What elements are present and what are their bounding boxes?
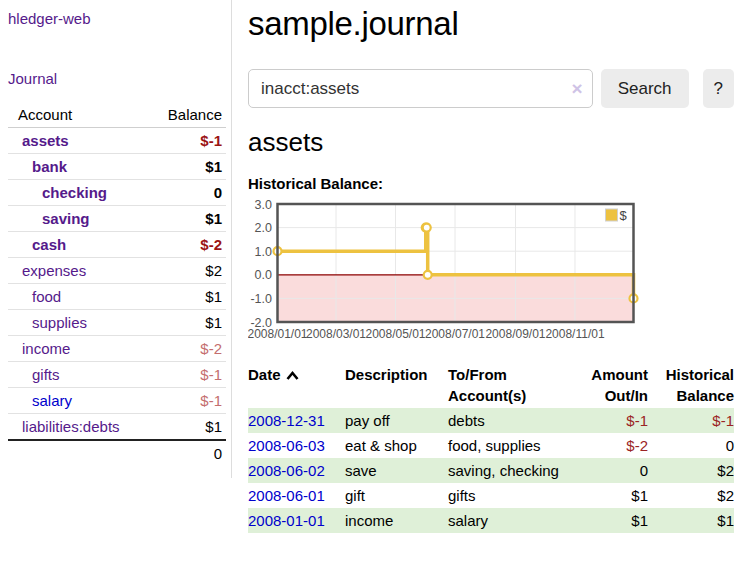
account-row: expenses$2 [8, 258, 226, 284]
transaction-accounts: debts [448, 408, 576, 433]
transaction-balance: $2 [648, 458, 734, 483]
account-row: checking0 [8, 180, 226, 206]
brand-link[interactable]: hledger-web [8, 10, 91, 27]
account-link[interactable]: liabilities:debts [22, 418, 120, 435]
account-row: assets$-1 [8, 128, 226, 154]
svg-text:2.0: 2.0 [255, 221, 272, 235]
account-link[interactable]: food [32, 288, 61, 305]
transaction-amount: $1 [576, 508, 648, 533]
svg-text:$: $ [620, 208, 628, 223]
search-form: × Search ? [248, 69, 734, 108]
sidebar-item-journal[interactable]: Journal [8, 70, 231, 87]
transaction-description: eat & shop [345, 433, 448, 458]
account-link[interactable]: expenses [22, 262, 86, 279]
transaction-balance: $2 [648, 483, 734, 508]
account-row: cash$-2 [8, 232, 226, 258]
account-link[interactable]: assets [22, 132, 69, 149]
historical-balance-chart: $3.02.01.00.0-1.0-2.02008/01/012008/03/0… [248, 196, 640, 346]
svg-text:-1.0: -1.0 [250, 292, 272, 306]
account-balance: $-1 [146, 362, 226, 388]
transaction-row: 2008-06-01giftgifts$1$2 [248, 483, 734, 508]
transaction-description: save [345, 458, 448, 483]
register-table: Date Description To/FromAccount(s) Amoun… [248, 362, 734, 533]
transaction-row: 2008-12-31pay offdebts$-1$-1 [248, 408, 734, 433]
account-link[interactable]: saving [42, 210, 90, 227]
transaction-accounts: salary [448, 508, 576, 533]
account-balance: $2 [146, 258, 226, 284]
transaction-accounts: food, supplies [448, 433, 576, 458]
account-row: food$1 [8, 284, 226, 310]
transaction-accounts: gifts [448, 483, 576, 508]
svg-text:3.0: 3.0 [255, 198, 272, 212]
account-balance: $1 [146, 414, 226, 441]
account-row: income$-2 [8, 336, 226, 362]
transaction-date-link[interactable]: 2008-06-03 [248, 437, 325, 454]
transaction-row: 2008-01-01incomesalary$1$1 [248, 508, 734, 533]
sort-asc-icon [285, 370, 300, 381]
svg-text:0.0: 0.0 [255, 268, 272, 282]
register-header-row: Date Description To/FromAccount(s) Amoun… [248, 362, 734, 408]
svg-text:2008/03/01: 2008/03/01 [306, 327, 366, 341]
account-balance: $1 [146, 284, 226, 310]
sidebar: hledger-web Journal Account Balance asse… [0, 0, 232, 478]
account-link[interactable]: gifts [32, 366, 60, 383]
help-button[interactable]: ? [703, 69, 734, 108]
accounts-total-balance: 0 [146, 440, 226, 466]
account-link[interactable]: salary [32, 392, 72, 409]
account-row: bank$1 [8, 154, 226, 180]
transaction-date-link[interactable]: 2008-06-01 [248, 487, 325, 504]
account-row: liabilities:debts$1 [8, 414, 226, 441]
transaction-amount: $1 [576, 483, 648, 508]
accounts-total-row: 0 [8, 440, 226, 466]
clear-search-icon[interactable]: × [572, 79, 583, 98]
transaction-amount: 0 [576, 458, 648, 483]
transaction-amount: $-2 [576, 433, 648, 458]
accounts-table: Account Balance assets$-1bank$1checking0… [8, 103, 226, 466]
account-balance: $-1 [146, 128, 226, 154]
chart-title: Historical Balance: [248, 175, 734, 192]
account-balance: $1 [146, 154, 226, 180]
transaction-balance: 0 [648, 433, 734, 458]
page-title: sample.journal [248, 4, 734, 44]
account-balance: $1 [146, 206, 226, 232]
svg-text:2008/11/01: 2008/11/01 [545, 327, 604, 341]
search-input[interactable] [248, 69, 593, 108]
accounts-header-balance: Balance [146, 103, 226, 128]
main-content: sample.journal × Search ? assets Histori… [233, 0, 742, 533]
transaction-description: gift [345, 483, 448, 508]
transaction-date-link[interactable]: 2008-01-01 [248, 512, 325, 529]
account-row: salary$-1 [8, 388, 226, 414]
svg-text:2008/05/01: 2008/05/01 [365, 327, 425, 341]
search-button[interactable]: Search [601, 69, 689, 108]
account-link[interactable]: cash [32, 236, 66, 253]
account-row: gifts$-1 [8, 362, 226, 388]
account-balance: $-1 [146, 388, 226, 414]
transaction-row: 2008-06-02savesaving, checking0$2 [248, 458, 734, 483]
transaction-row: 2008-06-03eat & shopfood, supplies$-20 [248, 433, 734, 458]
svg-text:2008/09/01: 2008/09/01 [485, 327, 545, 341]
account-balance: 0 [146, 180, 226, 206]
transaction-amount: $-1 [576, 408, 648, 433]
account-heading: assets [248, 127, 734, 158]
account-balance: $-2 [146, 232, 226, 258]
transaction-date-link[interactable]: 2008-06-02 [248, 462, 325, 479]
account-row: saving$1 [8, 206, 226, 232]
account-row: supplies$1 [8, 310, 226, 336]
register-header-description: Description [345, 362, 448, 408]
transaction-date-link[interactable]: 2008-12-31 [248, 412, 325, 429]
account-balance: $-2 [146, 336, 226, 362]
account-link[interactable]: income [22, 340, 70, 357]
svg-text:1.0: 1.0 [255, 245, 272, 259]
account-link[interactable]: supplies [32, 314, 87, 331]
register-header-accounts: To/FromAccount(s) [448, 362, 576, 408]
transaction-balance: $-1 [648, 408, 734, 433]
svg-text:2008/07/01: 2008/07/01 [425, 327, 485, 341]
svg-text:2008/01/01: 2008/01/01 [248, 327, 308, 341]
account-link[interactable]: bank [32, 158, 67, 175]
register-header-amount: AmountOut/In [576, 362, 648, 408]
account-link[interactable]: checking [42, 184, 107, 201]
transaction-description: pay off [345, 408, 448, 433]
transaction-balance: $1 [648, 508, 734, 533]
register-header-date[interactable]: Date [248, 362, 345, 408]
transaction-accounts: saving, checking [448, 458, 576, 483]
